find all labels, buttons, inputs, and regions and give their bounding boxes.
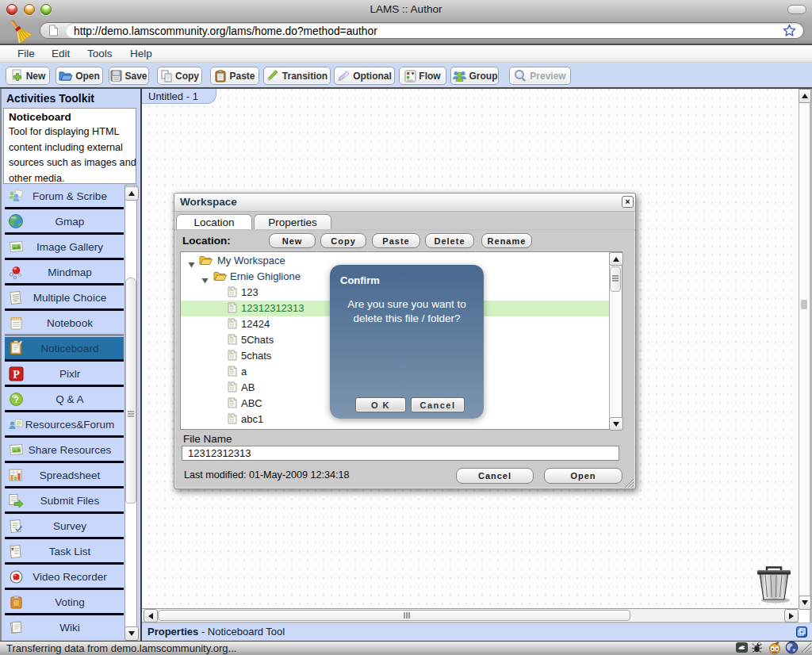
svg-text:?: ? <box>13 394 19 404</box>
svg-text:P: P <box>13 368 20 380</box>
